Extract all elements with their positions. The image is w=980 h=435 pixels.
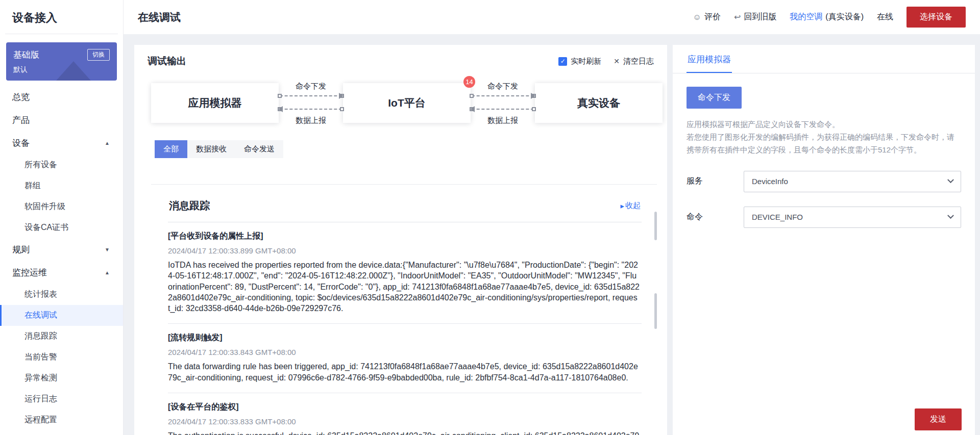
debug-tools: ✓ 实时刷新 ✕ 清空日志 [558, 57, 654, 66]
log-message: [平台收到设备的属性上报] 2024/04/17 12:00:33.899 GM… [168, 222, 642, 324]
caret-up-icon: ▲ [105, 270, 110, 275]
device-name-link[interactable]: 我的空调 [790, 12, 822, 22]
debug-flow-diagram: 应用模拟器 命令下发 数据上报 IoT平台 14 命令下发 数据上报 [134, 75, 667, 128]
message-trace-header: 消息跟踪 ▸ 收起 [168, 185, 642, 222]
service-select-value: DeviceInfo [752, 177, 788, 186]
log-message: [流转规则触发] 2024/04/17 12:00:33.843 GMT+08:… [168, 324, 642, 393]
log-message-time: 2024/04/17 12:00:33.843 GMT+08:00 [168, 348, 640, 356]
tab-command-sent[interactable]: 命令发送 [235, 140, 283, 158]
back-arrow-icon: ↩ [734, 12, 741, 22]
flow-connector-right: 14 命令下发 数据上报 [471, 82, 535, 124]
debug-output-title: 调试输出 [148, 55, 186, 68]
page-title: 在线调试 [138, 10, 181, 24]
device-status: 在线 [877, 12, 893, 22]
tab-all[interactable]: 全部 [155, 140, 187, 158]
log-message-list: [平台收到设备的属性上报] 2024/04/17 12:00:33.899 GM… [168, 222, 642, 435]
flow-node-real-device: 真实设备 [535, 83, 663, 123]
sidebar-item-groups[interactable]: 群组 [0, 175, 123, 196]
dashed-arrow-left-icon [280, 109, 342, 110]
feedback-link[interactable]: ☺ 评价 [693, 12, 721, 22]
tab-app-simulator[interactable]: 应用模拟器 [687, 45, 732, 73]
dashed-arrow-right-icon [280, 95, 342, 96]
realtime-refresh-label: 实时刷新 [571, 57, 601, 66]
simulator-body: 命令下发 应用模拟器可根据产品定义向设备下发命令。 若您使用了图形化开发的编解码… [673, 73, 975, 435]
flow-node-iot-platform: IoT平台 [343, 83, 471, 123]
command-send-label: 命令下发 [296, 82, 326, 90]
command-form-row: 命令 DEVICE_INFO [687, 207, 961, 228]
sidebar-item-message-trace[interactable]: 消息跟踪 [0, 326, 123, 347]
page-header: 在线调试 ☺ 评价 ↩ 回到旧版 我的空调 (真实设备) 在线 选择设备 [124, 0, 980, 34]
tab-data-received[interactable]: 数据接收 [187, 140, 235, 158]
data-report-label: 数据上报 [296, 116, 326, 124]
sidebar-divider [5, 34, 118, 34]
close-icon: ✕ [614, 57, 620, 65]
caret-up-icon: ▲ [105, 140, 110, 146]
device-type-label: (真实设备) [825, 12, 864, 22]
log-message-time: 2024/04/17 12:00:33.833 GMT+08:00 [168, 417, 640, 426]
service-form-row: 服务 DeviceInfo [687, 171, 961, 192]
dashed-arrow-left-icon [472, 109, 534, 110]
log-message-body: The data forwarding rule has been trigge… [168, 361, 640, 383]
edition-name: 基础版 [13, 49, 39, 61]
sidebar-item-monitoring[interactable]: 监控运维▲ [0, 261, 123, 284]
realtime-refresh-toggle: ✓ 实时刷新 [558, 57, 601, 66]
main-area: 在线调试 ☺ 评价 ↩ 回到旧版 我的空调 (真实设备) 在线 选择设备 [124, 0, 980, 435]
debug-output-panel: 调试输出 ✓ 实时刷新 ✕ 清空日志 应用模拟器 [134, 45, 667, 435]
current-device: 我的空调 (真实设备) [790, 12, 864, 22]
command-select[interactable]: DEVICE_INFO [744, 207, 961, 228]
simulator-description: 应用模拟器可根据产品定义向设备下发命令。 若您使用了图形化开发的编解码插件，为获… [687, 118, 961, 157]
smiley-icon: ☺ [693, 13, 701, 22]
realtime-refresh-checkbox[interactable]: ✓ [558, 57, 567, 66]
sidebar-item-device-ca-cert[interactable]: 设备CA证书 [0, 217, 123, 238]
log-message-body: IoTDA has received the properties report… [168, 260, 640, 314]
log-message: [设备在平台的鉴权] 2024/04/17 12:00:33.833 GMT+0… [168, 393, 642, 435]
edition-switch-button[interactable]: 切换 [87, 49, 110, 61]
log-message-title: [流转规则触发] [168, 332, 640, 343]
log-message-time: 2024/04/17 12:00:33.899 GMT+08:00 [168, 246, 640, 255]
sidebar-item-overview[interactable]: 总览 [0, 86, 123, 109]
scrollbar-thumb[interactable] [654, 212, 657, 240]
caret-down-icon: ▼ [105, 247, 110, 252]
sidebar-item-statistics-report[interactable]: 统计报表 [0, 284, 123, 305]
collapse-caret-icon: ▸ [620, 201, 624, 211]
debug-header: 调试输出 ✓ 实时刷新 ✕ 清空日志 [134, 45, 667, 75]
message-count-badge: 14 [463, 76, 475, 88]
log-message-title: [设备在平台的鉴权] [168, 402, 640, 413]
scrollbar-thumb[interactable] [654, 293, 657, 329]
flow-node-app-simulator: 应用模拟器 [151, 83, 279, 123]
sidebar-item-all-devices[interactable]: 所有设备 [0, 155, 123, 175]
log-filter-tabs: 全部 数据接收 命令发送 [155, 140, 667, 158]
command-select-value: DEVICE_INFO [752, 213, 803, 221]
simulator-tabbar: 应用模拟器 [673, 45, 975, 73]
sidebar-item-rules[interactable]: 规则▼ [0, 238, 123, 261]
app-root: 设备接入 基础版 切换 默认 总览 产品 设备▲ 所有设备 群组 软固件升级 设… [0, 0, 980, 435]
sidebar-item-firmware-upgrade[interactable]: 软固件升级 [0, 196, 123, 217]
sidebar-item-products[interactable]: 产品 [0, 109, 123, 132]
sidebar-item-current-alarms[interactable]: 当前告警 [0, 347, 123, 368]
command-delivery-button[interactable]: 命令下发 [687, 87, 742, 109]
command-send-label: 命令下发 [487, 82, 518, 90]
log-message-title: [平台收到设备的属性上报] [168, 231, 640, 242]
sidebar-item-anomaly-detection[interactable]: 异常检测 [0, 368, 123, 389]
clear-logs-button[interactable]: ✕ 清空日志 [614, 57, 654, 66]
service-select[interactable]: DeviceInfo [744, 171, 961, 192]
select-device-button[interactable]: 选择设备 [906, 7, 966, 28]
sidebar-item-run-logs[interactable]: 运行日志 [0, 389, 123, 410]
data-report-label: 数据上报 [487, 116, 518, 124]
service-label: 服务 [687, 176, 744, 187]
flow-connector-left: 命令下发 数据上报 [279, 82, 343, 124]
dashed-arrow-right-icon [472, 95, 534, 96]
chevron-down-icon [947, 212, 954, 219]
back-to-old-version-link[interactable]: ↩ 回到旧版 [734, 12, 776, 22]
sidebar-item-online-debug[interactable]: 在线调试 [0, 305, 123, 326]
collapse-link[interactable]: ▸ 收起 [620, 201, 641, 211]
edition-instance: 默认 [13, 65, 110, 74]
message-trace-title: 消息跟踪 [169, 199, 210, 213]
sidebar-item-devices[interactable]: 设备▲ [0, 132, 123, 155]
send-button[interactable]: 发送 [915, 408, 962, 430]
sidebar: 设备接入 基础版 切换 默认 总览 产品 设备▲ 所有设备 群组 软固件升级 设… [0, 0, 124, 435]
message-trace-section: 消息跟踪 ▸ 收起 [平台收到设备的属性上报] 2024/04/17 12:00… [151, 185, 657, 435]
sidebar-item-remote-config[interactable]: 远程配置 [0, 410, 123, 430]
edition-card: 基础版 切换 默认 [6, 42, 117, 81]
app-simulator-panel: 应用模拟器 命令下发 应用模拟器可根据产品定义向设备下发命令。 若您使用了图形化… [673, 45, 975, 435]
